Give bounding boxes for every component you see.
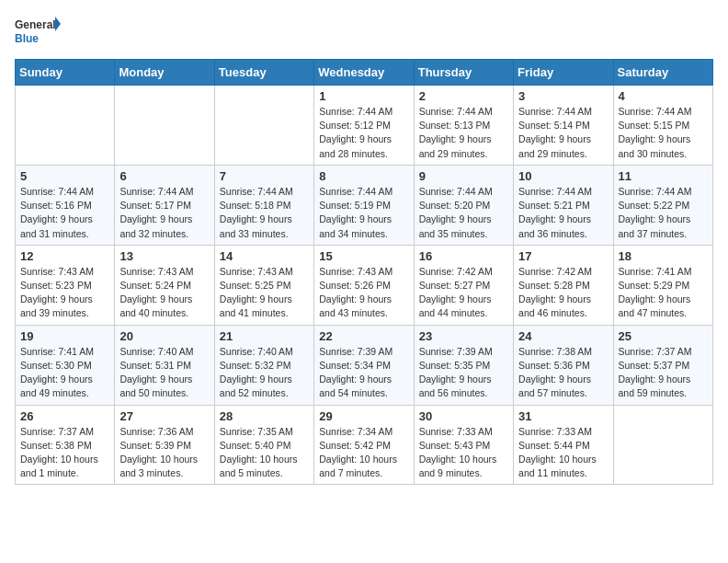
calendar-day-9: 9Sunrise: 7:44 AM Sunset: 5:20 PM Daylig… [414, 165, 513, 245]
day-number: 31 [518, 409, 608, 423]
day-number: 3 [518, 89, 608, 103]
day-info: Sunrise: 7:33 AM Sunset: 5:43 PM Dayligh… [419, 425, 508, 481]
day-info: Sunrise: 7:43 AM Sunset: 5:25 PM Dayligh… [220, 265, 309, 321]
calendar-day-18: 18Sunrise: 7:41 AM Sunset: 5:29 PM Dayli… [613, 245, 712, 325]
day-number: 15 [319, 249, 408, 263]
day-info: Sunrise: 7:37 AM Sunset: 5:37 PM Dayligh… [619, 345, 708, 401]
day-number: 28 [220, 409, 309, 423]
empty-cell [613, 405, 712, 485]
day-info: Sunrise: 7:43 AM Sunset: 5:24 PM Dayligh… [119, 265, 209, 321]
calendar-day-16: 16Sunrise: 7:42 AM Sunset: 5:27 PM Dayli… [414, 245, 513, 325]
day-info: Sunrise: 7:35 AM Sunset: 5:40 PM Dayligh… [220, 425, 309, 481]
calendar-day-6: 6Sunrise: 7:44 AM Sunset: 5:17 PM Daylig… [115, 165, 214, 245]
day-info: Sunrise: 7:38 AM Sunset: 5:36 PM Dayligh… [518, 345, 608, 401]
weekday-header-tuesday: Tuesday [214, 60, 313, 86]
day-number: 27 [119, 409, 209, 423]
calendar-day-1: 1Sunrise: 7:44 AM Sunset: 5:12 PM Daylig… [314, 86, 414, 166]
day-info: Sunrise: 7:33 AM Sunset: 5:44 PM Dayligh… [518, 425, 608, 481]
day-info: Sunrise: 7:44 AM Sunset: 5:17 PM Dayligh… [119, 185, 209, 241]
day-info: Sunrise: 7:41 AM Sunset: 5:29 PM Dayligh… [619, 265, 708, 321]
day-number: 13 [119, 249, 209, 263]
calendar-day-20: 20Sunrise: 7:40 AM Sunset: 5:31 PM Dayli… [115, 325, 214, 405]
day-info: Sunrise: 7:44 AM Sunset: 5:16 PM Dayligh… [20, 185, 109, 241]
day-number: 2 [419, 89, 508, 103]
day-info: Sunrise: 7:39 AM Sunset: 5:34 PM Dayligh… [319, 345, 408, 401]
day-number: 18 [619, 249, 708, 263]
day-info: Sunrise: 7:44 AM Sunset: 5:14 PM Dayligh… [518, 105, 608, 161]
day-number: 25 [619, 329, 708, 343]
weekday-header-saturday: Saturday [613, 60, 712, 86]
day-info: Sunrise: 7:44 AM Sunset: 5:21 PM Dayligh… [518, 185, 608, 241]
calendar-day-21: 21Sunrise: 7:40 AM Sunset: 5:32 PM Dayli… [214, 325, 313, 405]
page-header: General Blue [15, 15, 713, 48]
empty-cell [115, 86, 214, 166]
calendar-day-15: 15Sunrise: 7:43 AM Sunset: 5:26 PM Dayli… [314, 245, 414, 325]
day-number: 29 [319, 409, 408, 423]
day-info: Sunrise: 7:44 AM Sunset: 5:22 PM Dayligh… [619, 185, 708, 241]
day-number: 26 [20, 409, 109, 423]
day-number: 22 [319, 329, 408, 343]
day-info: Sunrise: 7:43 AM Sunset: 5:23 PM Dayligh… [20, 265, 109, 321]
day-info: Sunrise: 7:40 AM Sunset: 5:32 PM Dayligh… [220, 345, 309, 401]
calendar-table: SundayMondayTuesdayWednesdayThursdayFrid… [15, 59, 713, 485]
calendar-day-8: 8Sunrise: 7:44 AM Sunset: 5:19 PM Daylig… [314, 165, 414, 245]
day-number: 12 [20, 249, 109, 263]
calendar-day-24: 24Sunrise: 7:38 AM Sunset: 5:36 PM Dayli… [514, 325, 613, 405]
day-number: 30 [419, 409, 508, 423]
calendar-day-7: 7Sunrise: 7:44 AM Sunset: 5:18 PM Daylig… [214, 165, 313, 245]
calendar-day-19: 19Sunrise: 7:41 AM Sunset: 5:30 PM Dayli… [16, 325, 115, 405]
day-number: 11 [619, 169, 708, 183]
weekday-header-monday: Monday [115, 60, 214, 86]
calendar-day-28: 28Sunrise: 7:35 AM Sunset: 5:40 PM Dayli… [214, 405, 313, 485]
day-info: Sunrise: 7:42 AM Sunset: 5:27 PM Dayligh… [419, 265, 508, 321]
day-info: Sunrise: 7:42 AM Sunset: 5:28 PM Dayligh… [518, 265, 608, 321]
calendar-day-14: 14Sunrise: 7:43 AM Sunset: 5:25 PM Dayli… [214, 245, 313, 325]
calendar-day-23: 23Sunrise: 7:39 AM Sunset: 5:35 PM Dayli… [414, 325, 513, 405]
day-info: Sunrise: 7:44 AM Sunset: 5:20 PM Dayligh… [419, 185, 508, 241]
day-number: 21 [220, 329, 309, 343]
day-number: 10 [518, 169, 608, 183]
calendar-day-13: 13Sunrise: 7:43 AM Sunset: 5:24 PM Dayli… [115, 245, 214, 325]
calendar-week-3: 12Sunrise: 7:43 AM Sunset: 5:23 PM Dayli… [16, 245, 713, 325]
day-number: 16 [419, 249, 508, 263]
svg-text:Blue: Blue [15, 32, 39, 45]
logo: General Blue [15, 15, 61, 48]
day-number: 20 [119, 329, 209, 343]
calendar-day-27: 27Sunrise: 7:36 AM Sunset: 5:39 PM Dayli… [115, 405, 214, 485]
svg-text:General: General [15, 18, 56, 31]
day-number: 8 [319, 169, 408, 183]
day-info: Sunrise: 7:37 AM Sunset: 5:38 PM Dayligh… [20, 425, 109, 481]
day-info: Sunrise: 7:44 AM Sunset: 5:15 PM Dayligh… [619, 105, 708, 161]
day-info: Sunrise: 7:40 AM Sunset: 5:31 PM Dayligh… [119, 345, 209, 401]
logo-svg: General Blue [15, 15, 61, 48]
day-number: 4 [619, 89, 708, 103]
day-info: Sunrise: 7:44 AM Sunset: 5:19 PM Dayligh… [319, 185, 408, 241]
day-number: 1 [319, 89, 408, 103]
calendar-day-31: 31Sunrise: 7:33 AM Sunset: 5:44 PM Dayli… [514, 405, 613, 485]
day-number: 6 [119, 169, 209, 183]
calendar-day-10: 10Sunrise: 7:44 AM Sunset: 5:21 PM Dayli… [514, 165, 613, 245]
day-info: Sunrise: 7:36 AM Sunset: 5:39 PM Dayligh… [119, 425, 209, 481]
weekday-header-sunday: Sunday [16, 60, 115, 86]
day-number: 19 [20, 329, 109, 343]
day-number: 5 [20, 169, 109, 183]
day-info: Sunrise: 7:43 AM Sunset: 5:26 PM Dayligh… [319, 265, 408, 321]
empty-cell [214, 86, 313, 166]
day-number: 24 [518, 329, 608, 343]
day-number: 7 [220, 169, 309, 183]
weekday-header-friday: Friday [514, 60, 613, 86]
calendar-day-4: 4Sunrise: 7:44 AM Sunset: 5:15 PM Daylig… [613, 86, 712, 166]
svg-marker-2 [55, 17, 61, 31]
calendar-day-11: 11Sunrise: 7:44 AM Sunset: 5:22 PM Dayli… [613, 165, 712, 245]
day-info: Sunrise: 7:44 AM Sunset: 5:13 PM Dayligh… [419, 105, 508, 161]
day-info: Sunrise: 7:44 AM Sunset: 5:12 PM Dayligh… [319, 105, 408, 161]
calendar-day-22: 22Sunrise: 7:39 AM Sunset: 5:34 PM Dayli… [314, 325, 414, 405]
day-info: Sunrise: 7:39 AM Sunset: 5:35 PM Dayligh… [419, 345, 508, 401]
weekday-header-wednesday: Wednesday [314, 60, 414, 86]
calendar-day-25: 25Sunrise: 7:37 AM Sunset: 5:37 PM Dayli… [613, 325, 712, 405]
calendar-day-12: 12Sunrise: 7:43 AM Sunset: 5:23 PM Dayli… [16, 245, 115, 325]
calendar-day-17: 17Sunrise: 7:42 AM Sunset: 5:28 PM Dayli… [514, 245, 613, 325]
day-number: 9 [419, 169, 508, 183]
calendar-week-2: 5Sunrise: 7:44 AM Sunset: 5:16 PM Daylig… [16, 165, 713, 245]
calendar-day-26: 26Sunrise: 7:37 AM Sunset: 5:38 PM Dayli… [16, 405, 115, 485]
